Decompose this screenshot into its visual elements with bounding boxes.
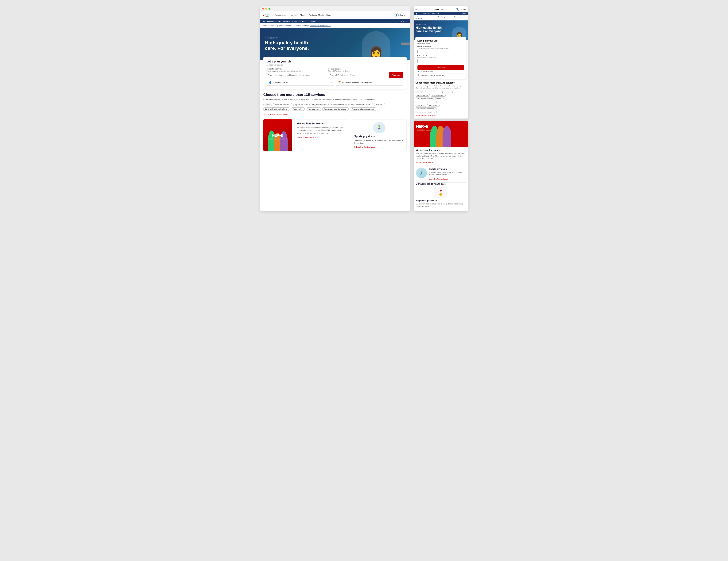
espanol-link[interactable]: Español [401, 20, 407, 22]
ad-sports-link[interactable]: Schedule a Sports physical › [429, 178, 449, 180]
location-icon: 🏠 [263, 20, 265, 22]
chevron-down-icon: ▾ [296, 14, 297, 16]
tags-row-1: Trending Illness and infections› Injurie… [263, 103, 407, 106]
services-section: Choose from more than 135 services As th… [260, 89, 410, 119]
mobile-menu-button[interactable]: Menu [416, 8, 420, 10]
mobile-tag-illness[interactable]: Illness and infections › [424, 91, 439, 93]
tag-behavioral[interactable]: Behavioral health and wellness› [263, 107, 290, 111]
women-health-link[interactable]: Women's health services › [297, 136, 318, 138]
view-all-link[interactable]: View all services & treatments › [263, 113, 288, 115]
plan-visit-form: Search for a service Type a symptom or c… [267, 68, 403, 78]
tag-travel[interactable]: Travel health› [291, 107, 305, 111]
mobile-calendar-icon: 📅 [417, 74, 419, 76]
service-input[interactable] [267, 73, 326, 78]
tag-injuries[interactable]: Injuries and pain› [293, 103, 310, 106]
mobile-virtual-action[interactable]: 👤 Get virtual care info › [417, 70, 464, 74]
nav-links: Prescriptions ▾ Health ▾ Shop ▾ Savings … [273, 13, 394, 17]
mobile-location-hint: Enter a ZIP code or city & state [417, 57, 464, 59]
here-tagline: Healthier happens together™ [268, 138, 287, 140]
mobile-tags-7: Chronic condition management › [416, 111, 466, 113]
nav-prescriptions[interactable]: Prescriptions ▾ [273, 13, 288, 17]
main-nav: ♥ minute clinic Prescriptions ▾ Health ▾ [260, 11, 410, 19]
women-card-desc: No subject is too taboo when it concerns… [297, 126, 347, 134]
chevron-down-icon: ▾ [286, 14, 287, 16]
mobile-plan-visit: Let's plan your visit All fields are req… [415, 37, 466, 79]
right-column: Menu ♥ minute clinic 👤 Sign in ▾ 🏠 52 N.… [414, 6, 468, 211]
tag-vaccines[interactable]: Vaccines› [374, 103, 385, 106]
tag-chronic[interactable]: Chronic condition management› [350, 107, 376, 111]
mobile-tags-2: Skin, hair and nails › Refills and renew… [416, 94, 466, 97]
mobile-tag-skin[interactable]: Skin, hair and nails › [416, 94, 430, 97]
ad-sports-title: Sports physicals [429, 168, 466, 170]
mobile-location-input[interactable] [417, 59, 464, 63]
ad-here-banner: HER♥E Healthier happens together™ [414, 121, 468, 147]
browser-dot-min[interactable] [265, 8, 267, 10]
ad-women-desc: No subject is too taboo when it concerns… [416, 152, 466, 160]
tag-illness[interactable]: Illness and infections› [273, 103, 292, 106]
mobile-tag-vaccines[interactable]: Vaccines › [435, 97, 444, 100]
service-form-group: Search for a service Type a symptom or c… [267, 68, 326, 78]
ad-sports-row: 🏃‍♂️ Sports physicals Schedule now and s… [416, 168, 466, 180]
mobile-tag-test[interactable]: Test, screenings and physicals › [416, 107, 436, 110]
mobile-tag-sleep[interactable]: Sleep disorders › [427, 104, 440, 107]
services-title: Choose from more than 135 services [263, 93, 407, 97]
mobile-plan-title: Let's plan your visit [417, 39, 464, 42]
ad-sports-content: Sports physicals Schedule now and save $… [429, 168, 466, 180]
mobile-signin[interactable]: 👤 Sign in ▾ [456, 8, 466, 11]
sports-image: 🏃‍♂️ [373, 122, 385, 133]
mobile-find-care-button[interactable]: Find care [417, 65, 464, 70]
mobile-user-icon: 👤 [456, 8, 459, 11]
ad-women-link[interactable]: Women's health services › [416, 162, 435, 164]
mobile-location-icon: 🏠 [416, 13, 417, 15]
reschedule-text: Reschedule or cancel an existing visit [342, 82, 372, 84]
feedback-tab[interactable]: Feedback [401, 43, 410, 45]
mobile-tag-mens[interactable]: Men's and women's health › [416, 97, 434, 100]
tag-skin[interactable]: Skin, hair and nails› [311, 103, 329, 106]
mobile-plan-sub: All fields are required [417, 43, 464, 44]
logo-text: minute clinic [265, 13, 270, 17]
mobile-espanol[interactable]: Español [461, 13, 466, 15]
mobile-tag-behavioral[interactable]: Behavioral health and wellness › [416, 101, 437, 103]
sports-physical-link[interactable]: Schedule a Sports physical › [354, 146, 404, 148]
schedule-appointment-link[interactable]: Schedule an appointment › [310, 25, 331, 27]
mobile-tag-chronic[interactable]: Chronic condition management › [416, 111, 437, 113]
mobile-tag-refills[interactable]: Refills and renewals › [431, 94, 446, 97]
virtual-care-action[interactable]: 👤 Get virtual care info › [267, 80, 334, 86]
here-promo-card: HER♥E Healthier happens together™ [263, 119, 292, 151]
tag-mens-womens[interactable]: Men's and women's health› [350, 103, 373, 106]
mobile-reschedule-action[interactable]: 📅 Reschedule or cancel an existing visit… [417, 74, 464, 77]
here-logo: HER♥E [268, 133, 287, 138]
tag-refills[interactable]: Refills and renewals› [330, 103, 349, 106]
nav-savings[interactable]: Savings & Memberships ▾ [308, 13, 332, 17]
service-label: Search for a service [267, 68, 326, 70]
sports-promo-card: 🏃‍♂️ Sports physicals Schedule now and s… [352, 119, 407, 151]
signin-button[interactable]: 👤 Sign in ▾ [394, 13, 407, 17]
mobile-tag-injuries[interactable]: Injuries and pain › [440, 91, 453, 93]
mobile-tag-travel[interactable]: Travel health › [416, 104, 427, 107]
reschedule-action[interactable]: 📅 Reschedule or cancel an existing visit… [336, 80, 403, 86]
tag-test[interactable]: Test, screenings and physicals› [322, 107, 349, 111]
tag-sleep[interactable]: Sleep disorders› [306, 107, 321, 111]
mobile-service-hint: Type a symptom or condition and select a… [417, 48, 464, 49]
virtual-care-text: Get virtual care info [273, 82, 288, 84]
user-icon: 👤 [394, 13, 399, 17]
mobile-hero: ♥ minute clinic® High-quality health car… [414, 20, 468, 40]
location-info: 🏠 785 ROUTE 22 EAST, CORNER OF GROVE STR… [263, 20, 318, 22]
mobile-logo: ♥ minute clinic [432, 8, 444, 10]
ad-body: We are here for women No subject is too … [414, 147, 468, 183]
promo-section: HER♥E Healthier happens together™ We are… [260, 119, 410, 155]
site-logo[interactable]: ♥ minute clinic [263, 13, 270, 17]
mobile-service-input[interactable] [417, 50, 464, 54]
chevron-down-icon: ▾ [330, 14, 331, 16]
ad-quality-desc: Our providers must be board certified an… [416, 203, 466, 208]
nav-health[interactable]: Health ▾ [289, 13, 298, 17]
find-care-button[interactable]: Find care [389, 72, 403, 78]
mobile-location-address: 52 N. LUDLOW ST. [418, 13, 430, 15]
mobile-view-all[interactable]: View all services & treatments › [416, 115, 466, 116]
nav-shop[interactable]: Shop ▾ [299, 13, 307, 17]
browser-dot-close[interactable] [262, 8, 264, 10]
location-input[interactable] [328, 73, 387, 78]
browser-dot-max[interactable] [269, 8, 270, 10]
ad-quality-image: ♥ 🤲 [434, 187, 447, 198]
mobile-trending-label: Trending [416, 91, 423, 93]
